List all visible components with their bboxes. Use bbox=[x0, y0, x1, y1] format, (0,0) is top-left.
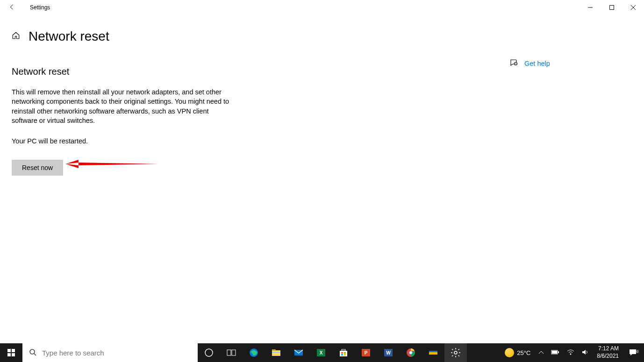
svg-point-44 bbox=[570, 353, 572, 355]
get-help-icon: ? bbox=[509, 58, 518, 69]
clock-time: 7:12 AM bbox=[597, 345, 619, 353]
svg-rect-10 bbox=[12, 349, 15, 352]
svg-rect-17 bbox=[232, 350, 236, 355]
task-view-icon[interactable] bbox=[220, 343, 243, 362]
main-column: Network reset This will remove then rein… bbox=[12, 66, 266, 176]
home-icon[interactable] bbox=[12, 31, 20, 42]
svg-rect-1 bbox=[610, 6, 614, 10]
chrome-icon[interactable] bbox=[400, 343, 422, 362]
svg-rect-11 bbox=[7, 353, 11, 356]
svg-rect-28 bbox=[344, 352, 346, 354]
svg-rect-26 bbox=[342, 349, 345, 351]
svg-marker-45 bbox=[582, 350, 586, 355]
volume-icon[interactable] bbox=[579, 349, 591, 357]
svg-rect-27 bbox=[341, 352, 343, 354]
window-title: Settings bbox=[30, 4, 50, 11]
taskbar: X P W 25°C bbox=[0, 343, 644, 362]
section-heading: Network reset bbox=[12, 66, 266, 77]
svg-point-40 bbox=[454, 351, 457, 354]
page-title: Network reset bbox=[29, 29, 109, 44]
weather-temp: 25°C bbox=[517, 349, 530, 356]
svg-text:W: W bbox=[386, 350, 391, 355]
taskbar-search[interactable] bbox=[22, 343, 198, 362]
svg-rect-9 bbox=[7, 349, 11, 352]
edge-icon[interactable] bbox=[243, 343, 265, 362]
back-button[interactable] bbox=[8, 4, 15, 12]
search-icon bbox=[29, 348, 36, 357]
maximize-button[interactable] bbox=[601, 0, 623, 15]
taskbar-pinned-apps: X P W bbox=[198, 343, 467, 362]
close-button[interactable] bbox=[623, 0, 644, 15]
start-button[interactable] bbox=[0, 343, 22, 362]
weather-widget[interactable]: 25°C bbox=[501, 348, 534, 357]
titlebar: Settings bbox=[0, 0, 644, 15]
get-help-link[interactable]: Get help bbox=[524, 60, 550, 67]
svg-rect-43 bbox=[552, 351, 557, 354]
svg-rect-20 bbox=[272, 349, 276, 351]
mail-icon[interactable] bbox=[287, 343, 310, 362]
weather-icon bbox=[505, 348, 514, 357]
word-icon[interactable]: W bbox=[377, 343, 400, 362]
window-controls bbox=[580, 0, 644, 15]
svg-point-15 bbox=[205, 349, 213, 356]
svg-rect-29 bbox=[341, 354, 343, 355]
clock[interactable]: 7:12 AM 8/6/2021 bbox=[593, 345, 623, 360]
file-explorer-icon[interactable] bbox=[265, 343, 287, 362]
svg-text:X: X bbox=[320, 350, 323, 355]
app-icon[interactable] bbox=[422, 343, 444, 362]
description-text: This will remove then reinstall all your… bbox=[12, 87, 234, 125]
system-tray: 25°C 7:12 AM 8/6/2021 20 bbox=[501, 343, 644, 362]
reset-now-button[interactable]: Reset now bbox=[12, 160, 63, 176]
minimize-button[interactable] bbox=[580, 0, 601, 15]
battery-icon[interactable] bbox=[548, 349, 562, 356]
search-input[interactable] bbox=[42, 349, 198, 357]
restart-note: Your PC will be restarted. bbox=[12, 137, 266, 145]
settings-icon[interactable] bbox=[444, 343, 467, 362]
svg-point-13 bbox=[30, 349, 35, 354]
clock-date: 8/6/2021 bbox=[597, 353, 619, 360]
svg-rect-30 bbox=[344, 354, 346, 355]
svg-rect-12 bbox=[12, 353, 15, 356]
svg-marker-47 bbox=[630, 354, 632, 355]
svg-rect-19 bbox=[272, 350, 280, 356]
svg-rect-25 bbox=[340, 351, 347, 356]
svg-rect-39 bbox=[429, 351, 437, 352]
notification-count: 20 bbox=[633, 349, 639, 354]
wifi-icon[interactable] bbox=[564, 349, 577, 356]
action-center-icon[interactable]: 20 bbox=[624, 348, 641, 357]
svg-rect-16 bbox=[227, 350, 231, 355]
svg-rect-21 bbox=[272, 352, 280, 353]
svg-line-14 bbox=[34, 354, 36, 355]
svg-rect-42 bbox=[558, 351, 559, 353]
page-header: Network reset bbox=[0, 15, 644, 44]
svg-point-37 bbox=[409, 351, 412, 354]
svg-text:P: P bbox=[365, 350, 368, 355]
excel-icon[interactable]: X bbox=[310, 343, 332, 362]
powerpoint-icon[interactable]: P bbox=[355, 343, 377, 362]
cortana-icon[interactable] bbox=[198, 343, 220, 362]
microsoft-store-icon[interactable] bbox=[332, 343, 355, 362]
tray-chevron-icon[interactable] bbox=[536, 349, 546, 356]
help-section: ? Get help bbox=[509, 58, 550, 69]
